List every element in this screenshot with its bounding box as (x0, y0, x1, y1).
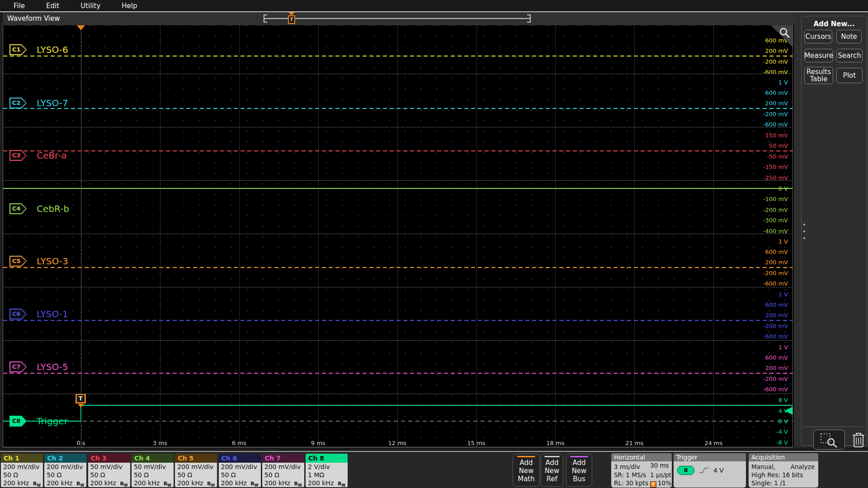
horizontal-panel[interactable]: Horizontal 3 ms/div30 msSR: 1 MS/s1 µs/p… (611, 453, 672, 488)
axis-label-c1: -200 mV (763, 58, 788, 65)
channel-settings-ch4[interactable]: Ch 450 mV/div50 Ω200 kHzBW (132, 454, 174, 487)
channel-settings-body: 50 mV/div50 Ω200 kHzBW (88, 463, 130, 487)
acquisition-panel-title: Acquisition (749, 453, 818, 461)
channel-scale: 2 V/div (308, 463, 348, 471)
panel-splitter-handle[interactable] (803, 224, 806, 253)
channel-settings-ch3[interactable]: Ch 350 mV/div50 Ω200 kHzBW (88, 454, 130, 487)
channel-row-c6: C6LYSO-1 (9, 309, 68, 319)
gridline-horizontal (3, 74, 793, 74)
channel-settings-ch7[interactable]: Ch 7200 mV/div50 Ω200 kHzBW (262, 454, 304, 487)
channel-badge-c5[interactable]: C5 (9, 256, 27, 267)
channel-settings-ch2[interactable]: Ch 2200 mV/div50 Ω200 kHzBW (44, 454, 86, 487)
sidebar-button-results-table[interactable]: Results Table (804, 67, 833, 84)
channel-settings-body: 200 mV/div50 Ω200 kHzBW (219, 463, 261, 487)
channel-scale: 50 mV/div (134, 463, 174, 471)
trace-c6 (3, 320, 793, 321)
add-new-bus-button[interactable]: AddNewBus (566, 454, 592, 487)
channel-badge-c4[interactable]: C4 (9, 203, 27, 214)
axis-label-c5: 1 V (778, 238, 788, 244)
record-view-bar: T (264, 12, 530, 25)
channel-bandwidth: 200 kHzBW (90, 479, 130, 487)
axis-label-c7: -600 mV (763, 386, 788, 393)
badge-text: C6 (9, 309, 23, 319)
channel-settings-ch5[interactable]: Ch 5200 mV/div50 Ω200 kHzBW (175, 454, 217, 487)
channel-label-c6: LYSO-1 (37, 309, 68, 319)
sidebar-button-measure[interactable]: Measure (804, 49, 833, 62)
channel-impedance: 50 Ω (221, 471, 261, 479)
horizontal-row: RL: 30 kptsT10% (611, 479, 672, 487)
waveform-view: Waveform View T 600 mV200 mV-200 mV-600 … (3, 12, 794, 447)
channel-impedance: 50 Ω (90, 471, 130, 479)
channel-settings-header: Ch 5 (175, 454, 217, 463)
channel-row-c7: C7LYSO-5 (9, 361, 68, 372)
sidebar-button-plot[interactable]: Plot (836, 68, 863, 83)
trash-button[interactable] (849, 430, 868, 450)
add-new-stripe (517, 456, 536, 457)
trigger-panel[interactable]: Trigger 8 4 V (674, 453, 746, 488)
channel-settings-ch6[interactable]: Ch 6200 mV/div50 Ω200 kHzBW (219, 454, 261, 487)
menu-item-help[interactable]: Help (122, 2, 137, 10)
channel-settings-ch8[interactable]: Ch 82 V/div1 MΩ200 kHzBW (306, 454, 348, 487)
menu-item-edit[interactable]: Edit (46, 2, 59, 10)
horizontal-left-value: RL: 30 kpts (614, 479, 648, 487)
channel-settings-ch1[interactable]: Ch 1200 mV/div50 Ω200 kHzBW (1, 454, 43, 487)
channel-row-c4: C4CebR-b (9, 203, 69, 214)
channel-badge-c7[interactable]: C7 (9, 361, 27, 372)
channel-badge-c3[interactable]: C3 (9, 150, 27, 161)
channel-bandwidth: 200 kHzBW (3, 479, 43, 487)
channel-label-c5: LYSO-3 (37, 256, 68, 267)
bandwidth-value: 200 kHz (134, 479, 160, 487)
rising-edge-icon (699, 467, 709, 474)
zoom-corner-button[interactable] (771, 25, 793, 47)
add-new-math-button[interactable]: AddNewMath (513, 454, 540, 487)
sidebar-button-cursors[interactable]: Cursors (804, 30, 832, 43)
menu-item-utility[interactable]: Utility (80, 2, 100, 10)
sidebar-divider (803, 427, 865, 427)
axis-label-c2: 600 mV (765, 89, 788, 96)
zoom-select-button[interactable] (813, 430, 845, 450)
trigger-position-t-icon: T (288, 15, 295, 24)
channel-scale: 200 mV/div (47, 463, 86, 471)
horizontal-right-value: 1 µs/pt (650, 471, 671, 479)
magnifier-icon (778, 27, 791, 39)
gridline-vertical (318, 25, 319, 447)
axis-label-c4: -400 mV (763, 227, 788, 234)
channel-badge-c1[interactable]: C1 (9, 44, 27, 55)
bandwidth-limit-icon: BW (120, 480, 130, 487)
menu-bar: FileEditUtilityHelp (0, 0, 868, 11)
trace-c5 (3, 267, 793, 268)
channel-badge-c6[interactable]: C6 (9, 309, 27, 319)
channel-row-c3: C3CeBr-a (9, 150, 66, 161)
view-tab[interactable]: Waveform View (7, 14, 60, 23)
horizontal-panel-title: Horizontal (611, 453, 672, 461)
add-new-title: Add New... (802, 20, 867, 28)
trigger-position-marker[interactable]: T (288, 12, 295, 25)
sidebar-button-search[interactable]: Search (836, 49, 863, 62)
channel-settings-header: Ch 8 (306, 454, 348, 463)
bandwidth-value: 200 kHz (264, 479, 290, 487)
channel-badge-c8[interactable]: C8 (9, 416, 27, 427)
channel-badge-c2[interactable]: C2 (9, 98, 27, 108)
axis-label-c5: -200 mV (763, 269, 788, 276)
axis-label-c7: 600 mV (765, 354, 788, 361)
gridline-horizontal (3, 394, 793, 394)
channel-scale: 200 mV/div (221, 463, 261, 471)
channel-impedance: 50 Ω (264, 471, 304, 479)
add-new-ref-button[interactable]: AddNewRef (541, 454, 563, 487)
acquisition-panel[interactable]: Acquisition Manual, Analyze High Res: 16… (749, 453, 818, 488)
horizontal-row: SR: 1 MS/s1 µs/pt (611, 471, 672, 479)
trigger-level-arrow[interactable] (785, 407, 793, 415)
trigger-position-triangle-icon (288, 12, 295, 15)
channel-bandwidth: 200 kHzBW (47, 479, 86, 487)
axis-label-c3: 50 mV (769, 142, 788, 149)
add-new-line: Add (513, 459, 539, 467)
channel-scale: 200 mV/div (264, 463, 304, 471)
sidebar-button-note[interactable]: Note (836, 30, 862, 43)
channel-scale: 50 mV/div (90, 463, 130, 471)
axis-label-c4: -100 mV (763, 196, 788, 202)
add-new-line: Add (566, 459, 592, 467)
gridline-horizontal (3, 127, 793, 127)
menu-item-file[interactable]: File (14, 2, 25, 10)
channel-row-c8: C8Trigger (9, 416, 68, 427)
bandwidth-value: 200 kHz (177, 479, 203, 487)
